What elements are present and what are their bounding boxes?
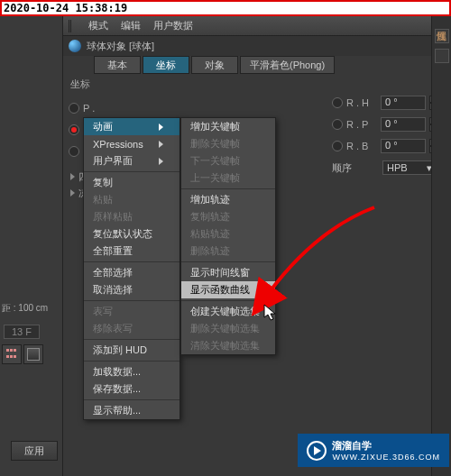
tabs-row: 基本 坐标 对象 平滑着色(Phong) [63,56,451,74]
watermark-url: WWW.ZIXUE.3D66.COM [332,453,440,462]
menu-separator [181,188,275,189]
menu-item-save-data[interactable]: 保存数据... [84,380,179,398]
menu-item-delete-keyframe[interactable]: 删除关键帧 [181,135,275,152]
menu-item-xpressions[interactable]: XPressions [84,135,179,152]
menu-item-paste-track[interactable]: 粘贴轨迹 [181,225,275,243]
key-indicator-rb[interactable] [332,141,343,151]
menu-mode[interactable]: 模式 [88,19,108,32]
menu-separator [84,339,179,340]
tab-object[interactable]: 对象 [191,56,238,74]
menu-separator [84,261,179,262]
apply-button[interactable]: 应用 [11,441,58,461]
menu-item-show-fcurve[interactable]: 显示函数曲线 [181,281,275,298]
distance-readout: 距 : 100 cm [2,302,48,315]
menu-item-paste-identical[interactable]: 原样粘贴 [84,208,179,225]
menu-userdata[interactable]: 用户数据 [153,19,193,32]
watermark: 溜溜自学 WWW.ZIXUE.3D66.COM [298,434,449,467]
label-rh: R . H [346,97,377,108]
menu-item-next-keyframe[interactable]: 下一关键帧 [181,152,275,169]
menu-item-restore-default[interactable]: 复位默认状态 [84,225,179,243]
left-toolbar [2,344,43,364]
grid-button[interactable] [2,344,22,364]
select-order[interactable]: HPB▾ [382,160,437,175]
menu-item-overwrite[interactable]: 表写 [84,303,179,320]
menu-separator [181,261,275,262]
menu-item-ui[interactable]: 用户界面 [84,152,179,169]
menu-item-add-track[interactable]: 增加轨迹 [181,191,275,208]
menu-item-show-help[interactable]: 显示帮助... [84,402,179,419]
rotation-column: R . H 0 ° ▲▼ R . P 0 ° ▲▼ R . B 0 ° ▲▼ [332,93,440,158]
menu-item-add-hud[interactable]: 添加到 HUD [84,342,179,359]
menu-item-copy-track[interactable]: 复制轨迹 [181,208,275,225]
menu-edit[interactable]: 编辑 [121,19,141,32]
menu-item-show-timeline[interactable]: 显示时间线窗 [181,264,275,281]
panel-grip-icon[interactable] [69,20,76,32]
menu-separator [84,399,179,400]
submenu-arrow-icon [159,124,163,131]
sphere-icon [69,40,81,52]
input-rh[interactable]: 0 ° [381,96,426,110]
film-icon [27,348,40,361]
menu-item-clear-keyset[interactable]: 清除关键帧选集 [181,337,275,354]
key-indicator-rp[interactable] [332,119,343,130]
input-rp[interactable]: 0 ° [381,117,426,132]
menu-item-delete-keyset[interactable]: 删除关键帧选集 [181,320,275,337]
key-indicator-px[interactable] [69,103,79,114]
label-px: P . [83,103,108,114]
play-circle-icon [307,441,327,461]
menu-separator [181,300,275,301]
submenu-arrow-icon [159,158,163,165]
attribute-toolbar: 模式 编辑 用户数据 [63,16,451,36]
menu-item-remove-overwrite[interactable]: 移除表写 [84,320,179,337]
menu-item-select-all[interactable]: 全部选择 [84,264,179,281]
menu-separator [84,300,179,301]
tab-phong[interactable]: 平滑着色(Phong) [240,56,335,74]
input-rb[interactable]: 0 ° [381,139,426,153]
row-order: 顺序 HPB▾ [332,160,437,175]
key-indicator-pz[interactable] [69,146,79,157]
label-rb: R . B [346,141,377,151]
row-rb: R . B 0 ° ▲▼ [332,136,440,156]
row-rh: R . H 0 ° ▲▼ [332,93,440,113]
film-button[interactable] [23,344,43,364]
section-label-coord: 坐标 [63,74,451,95]
tab-coord[interactable]: 坐标 [143,56,189,74]
triangle-icon [70,173,75,180]
left-pane [0,16,63,476]
submenu-arrow-icon [159,141,163,148]
menu-item-deselect[interactable]: 取消选择 [84,281,179,298]
right-strip-icon-2[interactable] [435,49,449,63]
object-title: 球体对象 [球体] [87,40,154,53]
context-submenu-animation: 增加关键帧 删除关键帧 下一关键帧 上一关键帧 增加轨迹 复制轨迹 粘贴轨迹 删… [180,117,276,355]
context-menu: 动画 XPressions 用户界面 复制 粘贴 原样粘贴 复位默认状态 全部重… [83,117,180,420]
triangle-icon [70,189,75,197]
label-rp: R . P [346,119,377,130]
menu-item-animation[interactable]: 动画 [84,118,179,135]
menu-separator [84,171,179,172]
right-strip-icon-1[interactable] [435,29,449,43]
row-rp: R . P 0 ° ▲▼ [332,114,440,134]
menu-item-load-data[interactable]: 加载数据... [84,363,179,380]
timestamp-bar: 2020-10-24 15:38:19 [0,0,451,16]
menu-item-paste[interactable]: 粘贴 [84,191,179,208]
menu-item-add-keyframe[interactable]: 增加关键帧 [181,118,275,135]
right-strip: 属性 [431,16,451,476]
menu-item-reset-all[interactable]: 全部重置 [84,243,179,260]
label-order: 顺序 [332,161,377,175]
tab-basic[interactable]: 基本 [94,56,141,74]
watermark-brand: 溜溜自学 [332,439,440,453]
object-header: 球体对象 [球体] [63,36,451,56]
frame-readout[interactable]: 13 F [4,325,40,339]
key-indicator-rh[interactable] [332,97,343,108]
menu-item-create-keyset[interactable]: 创建关键帧选集 [181,303,275,320]
menu-separator [84,361,179,362]
key-indicator-py[interactable] [69,124,79,135]
menu-item-copy[interactable]: 复制 [84,174,179,191]
menu-item-prev-keyframe[interactable]: 上一关键帧 [181,169,275,187]
menu-item-delete-track[interactable]: 删除轨迹 [181,243,275,260]
